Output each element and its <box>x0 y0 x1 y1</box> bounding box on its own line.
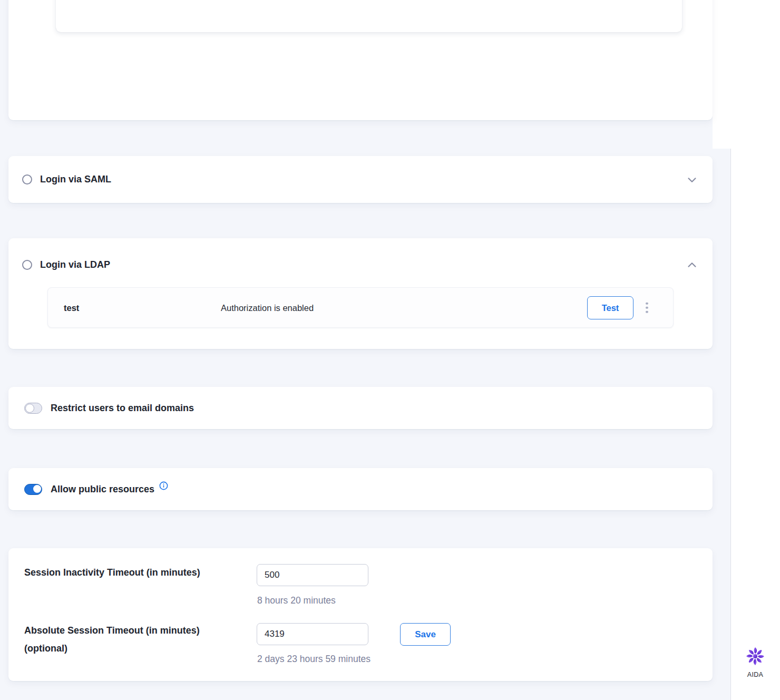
ldap-section-title: Login via LDAP <box>40 259 110 270</box>
inactivity-timeout-hint: 8 hours 20 minutes <box>257 595 336 606</box>
brand-label: AIDA <box>730 671 780 678</box>
oauth-providers-card: Bitbucket Google <box>8 0 713 120</box>
right-rail <box>730 149 780 700</box>
public-resources-toggle[interactable] <box>24 484 42 495</box>
chevron-down-icon[interactable] <box>685 173 699 187</box>
ldap-section-card: Login via LDAP test Authorization is ena… <box>8 238 713 349</box>
ldap-entry-row: test Authorization is enabled Test <box>47 287 674 328</box>
brand-block: AIDA <box>730 646 780 678</box>
oauth-providers-panel: Bitbucket Google <box>56 0 682 32</box>
security-settings-page: Bitbucket Google <box>0 0 780 700</box>
public-resources-card: Allow public resources <box>8 468 713 510</box>
test-button[interactable]: Test <box>587 296 633 319</box>
saml-radio[interactable] <box>22 174 32 184</box>
ldap-section-header[interactable]: Login via LDAP <box>22 238 699 291</box>
saml-section-title: Login via SAML <box>40 174 111 185</box>
restrict-domains-card: Restrict users to email domains <box>8 387 713 429</box>
aida-flower-icon <box>745 659 765 668</box>
restrict-domains-label: Restrict users to email domains <box>51 403 194 414</box>
kebab-menu-icon[interactable] <box>643 300 650 315</box>
ldap-entry-status: Authorization is enabled <box>221 303 314 313</box>
inactivity-timeout-input[interactable] <box>257 564 368 586</box>
absolute-timeout-label: Absolute Session Timeout (in minutes) <box>24 625 200 636</box>
absolute-timeout-input[interactable] <box>257 623 368 645</box>
ldap-radio[interactable] <box>22 260 32 270</box>
absolute-timeout-optional-label: (optional) <box>24 643 67 654</box>
saml-section-card[interactable]: Login via SAML <box>8 156 713 203</box>
restrict-domains-toggle[interactable] <box>24 403 42 414</box>
ldap-entry-name: test <box>64 303 79 313</box>
session-timeout-card: Session Inactivity Timeout (in minutes) … <box>8 548 713 681</box>
info-icon[interactable] <box>159 481 168 490</box>
public-resources-label: Allow public resources <box>51 484 154 495</box>
save-button[interactable]: Save <box>400 623 451 646</box>
chevron-up-icon[interactable] <box>685 258 699 272</box>
absolute-timeout-hint: 2 days 23 hours 59 minutes <box>257 654 370 665</box>
inactivity-timeout-label: Session Inactivity Timeout (in minutes) <box>24 567 200 578</box>
right-rail-top <box>713 0 780 149</box>
